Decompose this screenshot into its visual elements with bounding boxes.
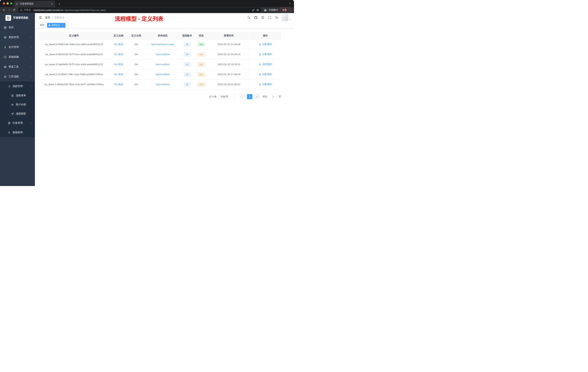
sidebar-item-label: 请假查询: [12, 131, 23, 134]
browser-window: 芋道管理系统 不安全 dashboard.yudao.iocoder.cn/bp…: [0, 0, 294, 186]
help-icon[interactable]: [260, 15, 266, 21]
github-icon[interactable]: [253, 15, 259, 21]
hamburger-icon[interactable]: [37, 15, 44, 21]
update-label: 更新: [282, 8, 287, 12]
active-dot: [49, 25, 50, 26]
form-link[interactable]: /bpm/oa/flow: [156, 63, 170, 66]
sidebar-item-user-group[interactable]: 用户分组: [0, 100, 35, 109]
sidebar-item-label: 流程模型: [16, 112, 26, 115]
tag-label: 首页: [40, 24, 44, 27]
breadcrumb-separator: /: [52, 16, 52, 19]
sidebar-item-workflow[interactable]: 工作流程: [0, 72, 35, 82]
browser-update-button[interactable]: 更新: [280, 8, 292, 12]
close-tag-icon[interactable]: [61, 24, 64, 27]
clipboard-icon: [8, 122, 10, 124]
definition-name-link[interactable]: OA 请假: [114, 43, 123, 46]
definition-name-link[interactable]: OA 请假: [114, 53, 123, 56]
assign-rule-button[interactable]: 分配规则: [259, 43, 272, 46]
new-tab-button[interactable]: [57, 1, 62, 6]
assign-rule-button[interactable]: 分配规则: [259, 83, 272, 86]
definition-name-link[interactable]: OA 请假: [114, 83, 123, 86]
column-header: 表单信息: [145, 32, 180, 39]
pagination: 共 5 条 10条/页 ‹ 1 › 前往 页: [39, 94, 281, 99]
bookmark-star-icon[interactable]: [256, 9, 259, 12]
app-logo[interactable]: 芋道管理系统: [0, 13, 35, 22]
form-link[interactable]: /bpm/oa/leave/create: [151, 43, 174, 46]
forward-button[interactable]: [7, 8, 12, 12]
warning-icon[interactable]: [20, 9, 22, 11]
status-badge: 挂起: [197, 52, 205, 57]
tag-label: 流程定义: [51, 24, 60, 27]
definition-name-link[interactable]: OA 请假: [114, 73, 123, 76]
close-window-button[interactable]: [3, 2, 5, 5]
user-menu[interactable]: [282, 14, 292, 21]
sidebar-item-home[interactable]: 首页: [0, 22, 35, 33]
reload-button[interactable]: [12, 8, 17, 12]
sidebar-item-leave-query[interactable]: 请假查询: [0, 128, 35, 137]
goto-page-input[interactable]: [269, 94, 277, 99]
omnibox-divider: [32, 9, 32, 11]
column-header: 定义分类: [128, 32, 145, 39]
status-badge: 挂起: [197, 62, 205, 67]
gear-icon: [4, 36, 7, 39]
sidebar-item-system-management[interactable]: 系统管理: [0, 33, 35, 42]
table-row: oa_leave:5:004b710b-7b8a-11ec-8ef0-acde4…: [39, 39, 281, 49]
table-row: oa_leave:2:3c1f0ef1-76b1-11ec-9c66-a2380…: [39, 69, 281, 79]
back-button[interactable]: [1, 8, 7, 12]
user-avatar[interactable]: [282, 14, 288, 21]
list-icon: [8, 85, 10, 88]
form-link[interactable]: /bpm/oa/flow: [156, 83, 170, 86]
definition-name-link[interactable]: OA 请假: [114, 63, 123, 66]
top-navbar: 首页 / 流程定义: [35, 13, 294, 22]
column-header: 流程版本: [180, 32, 194, 39]
page-1-button[interactable]: 1: [247, 94, 252, 99]
table-body: oa_leave:5:004b710b-7b8a-11ec-8ef0-acde4…: [39, 39, 281, 89]
user-icon: [259, 43, 261, 45]
deploy-time: 2022-01-22 19:19:11: [209, 59, 250, 69]
definition-category: OA: [128, 69, 145, 79]
tag-home[interactable]: 首页: [38, 23, 46, 28]
tag-process-definition[interactable]: 流程定义: [47, 23, 65, 28]
page-size-select[interactable]: 10条/页: [219, 94, 236, 99]
user-icon: [259, 73, 261, 76]
definition-category: OA: [128, 39, 145, 49]
font-size-icon[interactable]: [273, 15, 279, 21]
browser-menu-dots-icon[interactable]: [288, 9, 291, 11]
table-row: oa_leave:1:482ec033-762a-11ec-8477-a2380…: [39, 79, 281, 89]
incognito-icon: [264, 8, 267, 12]
assign-rule-button[interactable]: 分配规则: [259, 73, 272, 76]
sidebar-item-label: 支付管理: [9, 45, 19, 49]
table-row: oa_leave:3:1fad3d93-7b75-11ec-a3c8-acde4…: [39, 59, 281, 69]
password-key-icon[interactable]: [252, 9, 255, 12]
version-badge: v5: [184, 42, 191, 47]
column-header: 部署时间: [209, 32, 250, 39]
sidebar-item-process-management[interactable]: 流程管理: [0, 82, 35, 91]
address-bar[interactable]: 不安全 dashboard.yudao.iocoder.cn/bpm/manag…: [18, 8, 262, 12]
goto-prefix: 前往: [263, 95, 267, 98]
sidebar-item-process-form[interactable]: 流程表单: [0, 91, 35, 100]
search-icon[interactable]: [246, 15, 252, 21]
breadcrumb-home[interactable]: 首页: [45, 16, 50, 19]
sidebar-item-process-model[interactable]: 流程模型: [0, 109, 35, 118]
sidebar-item-infrastructure[interactable]: 基础设施: [0, 52, 35, 62]
tab-search-chevron-icon[interactable]: [289, 2, 292, 5]
zoom-window-button[interactable]: [10, 2, 12, 5]
assign-rule-button[interactable]: 分配规则: [259, 53, 272, 56]
next-page-button[interactable]: ›: [254, 94, 260, 99]
minimize-window-button[interactable]: [7, 2, 9, 5]
assign-rule-button[interactable]: 分配规则: [259, 63, 272, 66]
sidebar-item-payment-management[interactable]: 支付管理: [0, 42, 35, 52]
browser-tab[interactable]: 芋道管理系统: [14, 1, 55, 7]
sidebar-item-task-management[interactable]: 任务管理: [0, 118, 35, 128]
paper-plane-icon: [11, 112, 14, 115]
form-link[interactable]: /bpm/oa/flow: [156, 73, 170, 76]
form-link[interactable]: /bpm/oa/flow: [156, 53, 170, 56]
definition-table: 定义编号定义名称定义分类表单信息流程版本状态部署时间操作 oa_leave:5:…: [39, 32, 281, 89]
close-tab-icon[interactable]: [50, 2, 53, 5]
url-host: dashboard.yudao.iocoder.cn: [34, 9, 63, 11]
fullscreen-icon[interactable]: [267, 15, 273, 21]
sidebar-item-dev-tools[interactable]: 研发工具: [0, 62, 35, 72]
version-badge: v2: [184, 72, 191, 77]
chevron-up-icon: [30, 85, 32, 87]
prev-page-button[interactable]: ‹: [240, 94, 245, 99]
